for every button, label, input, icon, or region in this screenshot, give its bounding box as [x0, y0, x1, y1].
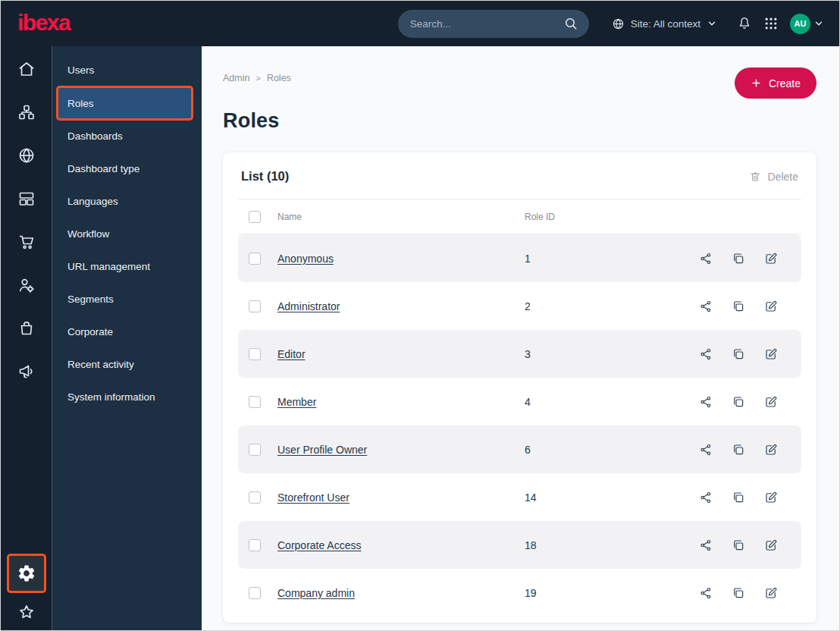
- copy-role-icon[interactable]: [731, 490, 746, 505]
- chevron-down-icon: [813, 18, 824, 29]
- sidebar-item-dashboards[interactable]: Dashboards: [52, 120, 202, 152]
- home-icon[interactable]: [17, 60, 36, 78]
- site-globe-icon[interactable]: [17, 146, 36, 165]
- row-checkbox[interactable]: [249, 253, 261, 265]
- select-all-checkbox[interactable]: [249, 211, 261, 223]
- search-input[interactable]: [410, 18, 563, 30]
- assign-users-icon[interactable]: [698, 538, 713, 553]
- edit-role-icon[interactable]: [763, 251, 779, 266]
- copy-role-icon[interactable]: [731, 251, 746, 266]
- delete-button[interactable]: Delete: [749, 171, 798, 183]
- edit-role-icon[interactable]: [763, 394, 779, 410]
- global-search[interactable]: [398, 10, 589, 38]
- column-header-role-id: Role ID: [525, 212, 698, 222]
- sidebar-item-label: Workflow: [67, 228, 109, 240]
- sidebar-item-url-management[interactable]: URL management: [52, 250, 202, 283]
- product-catalog-icon[interactable]: [17, 319, 36, 337]
- list-title: List (10): [241, 169, 289, 184]
- main-content: Admin > Roles Create Roles List (10): [202, 46, 839, 630]
- edit-role-icon[interactable]: [763, 299, 779, 314]
- main-icon-rail: [1, 46, 52, 630]
- role-name-link[interactable]: Storefront User: [277, 491, 525, 504]
- copy-role-icon[interactable]: [731, 585, 746, 601]
- admin-settings-gear-icon[interactable]: [9, 556, 44, 591]
- user-menu[interactable]: AU: [790, 14, 824, 34]
- assign-users-icon[interactable]: [698, 299, 713, 314]
- edit-role-icon[interactable]: [763, 538, 779, 553]
- role-id-value: 2: [525, 300, 698, 312]
- sidebar-item-label: Corporate: [67, 326, 113, 337]
- breadcrumb-item-admin[interactable]: Admin: [223, 73, 249, 83]
- role-name-link[interactable]: Member: [277, 396, 525, 408]
- sidebar-item-recent-activity[interactable]: Recent activity: [52, 348, 202, 381]
- plus-icon: [751, 77, 762, 89]
- promotions-megaphone-icon[interactable]: [17, 363, 36, 381]
- apps-grid-icon[interactable]: [763, 16, 779, 31]
- row-checkbox[interactable]: [249, 300, 261, 312]
- assign-users-icon[interactable]: [698, 394, 713, 410]
- role-name-link[interactable]: Administrator: [277, 300, 525, 312]
- column-header-name: Name: [277, 212, 525, 222]
- row-checkbox[interactable]: [249, 539, 261, 551]
- sidebar-item-system-information[interactable]: System information: [52, 381, 202, 413]
- sidebar-item-roles[interactable]: Roles: [58, 88, 191, 118]
- sidebar-item-segments[interactable]: Segments: [52, 283, 202, 316]
- breadcrumb-item-roles[interactable]: Roles: [267, 73, 291, 83]
- sidebar-item-users[interactable]: Users: [52, 54, 202, 86]
- sidebar-item-label: System information: [67, 391, 155, 403]
- edit-role-icon[interactable]: [763, 585, 779, 601]
- commerce-cart-icon[interactable]: [17, 233, 36, 251]
- row-checkbox[interactable]: [249, 491, 261, 504]
- avatar[interactable]: AU: [790, 14, 810, 34]
- role-id-value: 14: [525, 491, 698, 504]
- create-button[interactable]: Create: [735, 67, 816, 99]
- site-context-selector[interactable]: Site: All context: [612, 17, 717, 30]
- copy-role-icon[interactable]: [731, 394, 746, 410]
- row-checkbox[interactable]: [249, 587, 261, 599]
- page-title: Roles: [223, 109, 816, 133]
- chevron-down-icon: [707, 18, 717, 29]
- assign-users-icon[interactable]: [698, 347, 713, 362]
- copy-role-icon[interactable]: [731, 347, 746, 362]
- copy-role-icon[interactable]: [731, 442, 746, 457]
- row-actions: [698, 585, 779, 601]
- role-id-value: 18: [525, 539, 698, 551]
- role-name-link[interactable]: User Profile Owner: [277, 444, 525, 456]
- assign-users-icon[interactable]: [698, 490, 713, 505]
- table-row: User Profile Owner 6: [238, 425, 801, 473]
- topbar-right-cluster: AU: [737, 14, 824, 34]
- role-name-link[interactable]: Anonymous: [277, 253, 525, 265]
- row-checkbox[interactable]: [249, 396, 261, 408]
- notifications-bell-icon[interactable]: [737, 16, 752, 31]
- assign-users-icon[interactable]: [698, 442, 713, 457]
- table-row: Anonymous 1: [238, 234, 801, 282]
- role-id-value: 3: [525, 348, 698, 360]
- row-checkbox[interactable]: [249, 444, 261, 456]
- ibexa-logo[interactable]: ibexa: [17, 11, 70, 36]
- admin-sidebar: Users Roles Dashboards Dashboard type La…: [52, 46, 202, 630]
- copy-role-icon[interactable]: [731, 299, 746, 314]
- role-name-link[interactable]: Company admin: [277, 587, 525, 599]
- role-name-link[interactable]: Corporate Access: [277, 539, 525, 551]
- sidebar-item-corporate[interactable]: Corporate: [52, 316, 202, 348]
- sidebar-item-workflow[interactable]: Workflow: [52, 218, 202, 250]
- assign-users-icon[interactable]: [698, 251, 713, 266]
- copy-role-icon[interactable]: [731, 538, 746, 553]
- row-checkbox[interactable]: [249, 348, 261, 360]
- create-button-label: Create: [769, 77, 801, 89]
- role-name-link[interactable]: Editor: [277, 348, 525, 360]
- edit-role-icon[interactable]: [763, 442, 779, 457]
- table-header: Name Role ID: [238, 199, 801, 234]
- content-structure-icon[interactable]: [17, 103, 36, 121]
- sidebar-item-dashboard-type[interactable]: Dashboard type: [52, 152, 202, 185]
- personalization-user-gear-icon[interactable]: [17, 276, 36, 294]
- bookmarks-star-icon[interactable]: [17, 603, 36, 621]
- assign-users-icon[interactable]: [698, 585, 713, 601]
- edit-role-icon[interactable]: [763, 347, 779, 362]
- breadcrumb-separator: >: [255, 74, 260, 83]
- storage-icon[interactable]: [17, 190, 36, 208]
- edit-role-icon[interactable]: [763, 490, 779, 505]
- search-icon[interactable]: [563, 16, 578, 31]
- page-head-row: Admin > Roles Create: [223, 67, 816, 99]
- sidebar-item-languages[interactable]: Languages: [52, 185, 202, 218]
